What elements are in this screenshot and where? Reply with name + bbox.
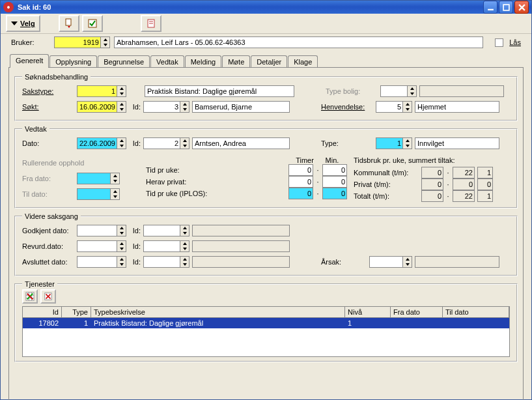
close-icon [518,4,525,11]
rullerende-block: Rullerende opphold Fra dato: Til dato: [22,156,139,203]
typebolig-spinner[interactable] [407,86,416,96]
vedtak-dato-spinner[interactable] [117,138,126,149]
minimize-icon [487,4,494,11]
sokt-id-spinner[interactable] [180,102,189,112]
godkjent-spinner[interactable] [117,225,126,236]
soknadsbehandling-group: Søknadsbehandling Sakstype: 1 Praktisk B… [14,73,518,121]
henvendelse-spinner[interactable] [402,102,412,112]
minimize-button[interactable] [483,1,497,14]
til-dato-spinner[interactable] [110,189,119,199]
fra-dato-spinner[interactable] [110,173,119,184]
vedtak-id-field[interactable]: 2 [143,137,189,149]
toolbar-button-1[interactable] [59,15,79,32]
cell-til [443,318,509,328]
godkjent-id-value [144,225,180,236]
cell-id: 17802 [23,318,62,328]
table-body[interactable]: 17802 1 Praktisk Bistand: Daglige gjørem… [22,318,510,357]
tidpruke-m[interactable]: 0 [322,164,347,176]
vedtak-dato-value: 22.06.2009 [77,138,117,149]
tjenester-delete-button[interactable] [40,289,56,304]
maximize-button[interactable] [499,1,513,14]
avsluttet-field[interactable] [77,256,126,268]
tidpruke-t[interactable]: 0 [288,164,313,176]
sakstype-spinner[interactable] [117,86,126,96]
arsak-field[interactable] [369,256,412,268]
tjenester-legend: Tjenester [22,280,57,288]
revurd-id-spinner[interactable] [180,241,189,251]
tab-klage[interactable]: Klage [288,55,318,67]
avsluttet-id-field[interactable] [143,256,189,268]
typebolig-label: Type bolig: [326,87,378,95]
vedtak-type-value: 1 [376,138,402,149]
titlebar: ● Sak id: 60 [1,1,531,14]
avsluttet-spinner[interactable] [117,257,126,267]
vedtak-type-text: Innvilget [415,137,499,149]
iplos-m[interactable]: 0 [322,188,347,199]
tab-mote[interactable]: Møte [222,55,250,67]
vedtak-group: Vedtak Dato: 22.06.2009 Id: 2 Arntsen, A… [14,125,518,208]
tab-generelt[interactable]: Generelt [10,54,49,68]
vedtak-type-field[interactable]: 1 [376,137,412,149]
revurd-spinner[interactable] [117,241,126,251]
vedtak-id-text: Arntsen, Andrea [192,137,290,149]
tidsbruk-block: Tidsbruk pr. uke, summert tiltak: Kommun… [354,156,510,203]
arsak-spinner[interactable] [402,257,412,267]
videre-group: Videre saksgang Godkjent dato: Id: R [14,212,518,276]
window-title: Sak id: 60 [18,3,483,11]
heravprivat-t[interactable]: 0 [288,176,313,188]
col-typeb[interactable]: Typebeskrivelse [91,307,345,317]
table-row[interactable]: 17802 1 Praktisk Bistand: Daglige gjørem… [23,318,509,328]
heravprivat-m[interactable]: 0 [322,176,347,188]
tid-block: Timer Min. Tid pr uke: 0 · 0 Herav priva… [146,156,347,203]
revurd-field[interactable] [77,240,126,252]
revurd-id-field[interactable] [143,240,189,252]
avsluttet-id-label: Id: [129,258,141,266]
vedtak-dato-field[interactable]: 22.06.2009 [77,137,126,149]
iplos-t[interactable]: 0 [288,188,313,199]
close-button[interactable] [514,1,529,14]
typebolig-field[interactable] [380,85,417,97]
tab-vedtak[interactable]: Vedtak [150,55,184,67]
sokt-id-text: Bamserud, Bjarne [192,101,290,113]
sokt-id-field[interactable]: 3 [143,101,189,113]
toolbar-button-3[interactable] [141,15,161,32]
toolbar-button-2[interactable] [82,15,103,32]
fra-dato-field[interactable] [77,173,120,184]
tab-detaljer[interactable]: Detaljer [251,55,287,67]
col-niva[interactable]: Nivå [345,307,391,317]
col-til[interactable]: Til dato [443,307,509,317]
sokt-field[interactable]: 16.06.2009 [77,101,126,113]
col-id[interactable]: Id [23,307,62,317]
app-icon: ● [3,2,14,12]
las-checkbox[interactable] [495,38,503,47]
iplos-label: Tid pr uke (IPLOS): [146,190,211,197]
godkjent-id-spinner[interactable] [180,225,189,236]
privat-m: 0 [453,179,475,190]
vedtak-id-label: Id: [129,139,141,147]
tab-opplysning[interactable]: Opplysning [49,55,97,67]
cell-typeb: Praktisk Bistand: Daglige gjøremål [91,318,345,328]
godkjent-id-field[interactable] [143,225,189,236]
velg-button[interactable]: Velg [6,15,40,32]
bruker-label: Bruker: [11,38,50,46]
til-dato-field[interactable] [77,188,120,200]
kommunalt-x: 1 [477,167,493,179]
vedtak-type-spinner[interactable] [402,138,412,149]
sakstype-field[interactable]: 1 [77,85,126,97]
bruker-id-spinner[interactable] [100,37,109,48]
avsluttet-id-spinner[interactable] [180,257,189,267]
godkjent-field[interactable] [77,225,126,236]
tab-melding[interactable]: Melding [185,55,222,67]
bruker-id-field[interactable]: 1919 [54,36,110,48]
col-fra[interactable]: Fra dato [391,307,443,317]
vedtak-id-spinner[interactable] [180,138,189,149]
window-controls [483,1,529,14]
dropdown-icon [11,21,18,25]
tjenester-edit-button[interactable] [22,289,38,304]
sokt-spinner[interactable] [117,102,126,112]
las-label: Lås [509,38,521,46]
tab-begrunnelse[interactable]: Begrunnelse [98,55,150,67]
col-type[interactable]: Type [62,307,91,317]
henvendelse-field[interactable]: 5 [376,101,412,113]
cell-fra [391,318,443,328]
